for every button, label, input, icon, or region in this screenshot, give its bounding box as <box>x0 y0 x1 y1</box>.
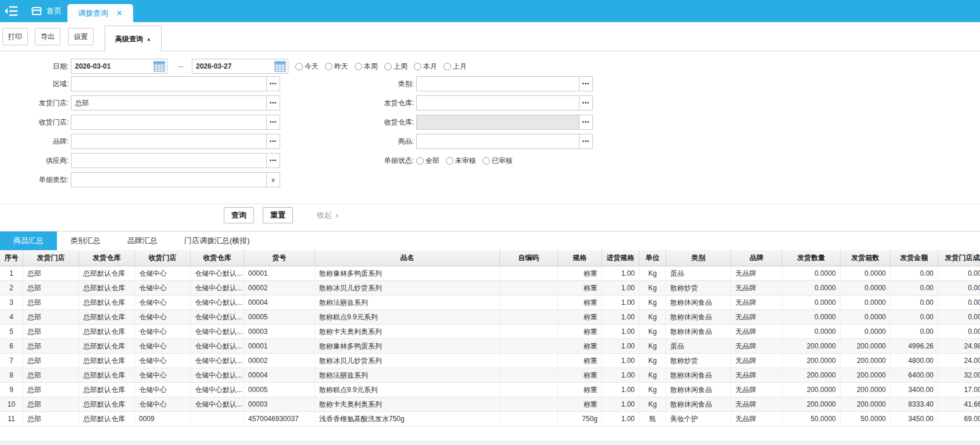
table-cell: 200.0000 <box>782 339 840 353</box>
collapse-toggle[interactable]: 收起 ∧ <box>317 207 339 223</box>
radio-icon[interactable] <box>325 63 332 70</box>
table-cell: 浅香香榧氨基酸洗发水750g <box>315 412 500 426</box>
date-shortcut-radio[interactable]: 今天 <box>295 62 319 72</box>
radio-icon[interactable] <box>446 157 453 165</box>
table-header-cell[interactable]: 品名 <box>315 250 500 266</box>
table-header-cell[interactable]: 规格 <box>558 250 602 266</box>
table-row[interactable]: 3总部总部默认仓库仓储中心仓储中心默认...00004散称法丽兹系列称重1.00… <box>0 296 980 310</box>
table-header-cell[interactable]: 序号 <box>0 250 23 266</box>
table-cell: Kg <box>639 296 666 309</box>
doc-type-label: 单据类型: <box>0 172 69 187</box>
date-filter-row: 日期: -- 今天昨天本周上周本月上月 <box>0 59 980 74</box>
table-header-cell[interactable]: 自编码 <box>500 250 558 266</box>
table-row[interactable]: 11总部总部默认仓库00094570046930037浅香香榧氨基酸洗发水750… <box>0 412 980 426</box>
table-header-cell[interactable]: 类别 <box>666 250 731 266</box>
table-header-cell[interactable]: 发货数量 <box>782 250 840 266</box>
table-cell: 仓储中心 <box>135 296 191 309</box>
ship-warehouse-picker-button[interactable]: ••• <box>579 96 592 110</box>
table-cell: 8 <box>0 368 23 382</box>
recv-warehouse-picker-button[interactable]: ••• <box>579 115 592 129</box>
radio-icon[interactable] <box>384 63 392 70</box>
table-header-row: 序号发货门店发货仓库收货门店收货仓库货号品名自编码规格进货规格单位类别品牌发货数… <box>0 250 980 266</box>
collapse-sidebar-icon[interactable] <box>5 6 17 16</box>
product-input[interactable] <box>417 134 579 148</box>
doc-status-radio[interactable]: 已审核 <box>482 156 513 166</box>
recv-warehouse-input[interactable] <box>417 115 579 129</box>
date-shortcut-radio[interactable]: 上月 <box>443 62 467 72</box>
radio-icon[interactable] <box>355 63 362 70</box>
table-header-cell[interactable]: 发货箱数 <box>840 250 890 266</box>
date-shortcut-radio[interactable]: 本月 <box>414 62 437 72</box>
table-header-cell[interactable]: 发货门店 <box>23 250 79 266</box>
table-header-cell[interactable]: 收货门店 <box>135 250 191 266</box>
radio-icon[interactable] <box>443 63 451 70</box>
table-header-cell[interactable]: 单位 <box>639 250 666 266</box>
table-header-cell[interactable]: 收货仓库 <box>191 250 244 266</box>
table-row[interactable]: 1总部总部默认仓库仓储中心仓储中心默认...00001散称豫林多鸭蛋系列称重1.… <box>0 266 980 281</box>
product-picker-button[interactable]: ••• <box>579 134 592 148</box>
table-cell: 3450.00 <box>890 412 938 426</box>
table-header-cell[interactable]: 发货门店成本 <box>938 250 980 266</box>
table-cell: 蛋品 <box>666 339 731 353</box>
category-input[interactable] <box>417 77 579 91</box>
print-button[interactable]: 打印 <box>2 28 28 45</box>
table-row[interactable]: 9总部总部默认仓库仓储中心仓储中心默认...00005散称糕点9.9元系列称重1… <box>0 383 980 397</box>
table-cell: 无品牌 <box>731 397 782 411</box>
table-cell: 0.00 <box>890 281 938 295</box>
table-cell: 0.00 <box>890 325 938 339</box>
table-cell: 美妆个护 <box>666 412 731 426</box>
calendar-icon[interactable] <box>274 61 286 72</box>
date-shortcut-radio[interactable]: 本周 <box>355 62 378 72</box>
doc-status-radio[interactable]: 未审核 <box>446 156 476 166</box>
active-tab[interactable]: 调拨查询 ✕ <box>67 4 133 22</box>
table-cell: 0.0000 <box>840 266 890 280</box>
category-picker-button[interactable]: ••• <box>579 77 592 91</box>
table-header-cell[interactable]: 发货金额 <box>890 250 938 266</box>
advanced-query-toggle[interactable]: 高级查询 ▲ <box>105 26 162 52</box>
table-row[interactable]: 10总部总部默认仓库仓储中心仓储中心默认...00003散称卡夫奥利奥系列称重1… <box>0 397 980 412</box>
doc-status-radio[interactable]: 全部 <box>416 156 439 166</box>
tab-store-transfer-summary[interactable]: 门店调拨汇总(横排) <box>171 232 263 250</box>
export-button[interactable]: 导出 <box>35 28 60 45</box>
date-from-input[interactable] <box>71 62 153 70</box>
tab-category-summary[interactable]: 类别汇总 <box>57 232 114 250</box>
table-cell: 50.0000 <box>840 412 890 426</box>
tab-product-summary[interactable]: 商品汇总 <box>0 232 57 250</box>
table-row[interactable]: 5总部总部默认仓库仓储中心仓储中心默认...00003散称卡夫奥利奥系列称重1.… <box>0 325 980 339</box>
home-tab[interactable]: 首页 <box>23 0 70 22</box>
table-row[interactable]: 4总部总部默认仓库仓储中心仓储中心默认...00005散称糕点9.9元系列称重1… <box>0 310 980 325</box>
table-cell: 仓储中心默认... <box>191 325 244 339</box>
table-cell: 散称豫林多鸭蛋系列 <box>315 339 500 353</box>
table-cell <box>500 383 558 397</box>
table-row[interactable]: 8总部总部默认仓库仓储中心仓储中心默认...00004散称法丽兹系列称重1.00… <box>0 368 980 383</box>
reset-button[interactable]: 重置 <box>263 207 293 223</box>
radio-icon[interactable] <box>414 63 421 70</box>
radio-icon[interactable] <box>482 157 490 165</box>
date-shortcut-radio[interactable]: 上周 <box>384 62 407 72</box>
radio-icon[interactable] <box>295 63 303 70</box>
table-cell: 散称炒货 <box>666 281 731 295</box>
table-cell: Kg <box>639 397 666 411</box>
table-header-cell[interactable]: 发货仓库 <box>79 250 135 266</box>
table-cell: 无品牌 <box>731 266 782 280</box>
table-row[interactable]: 2总部总部默认仓库仓储中心仓储中心默认...00002散称冰贝儿炒货系列称重1.… <box>0 281 980 296</box>
table-row[interactable]: 6总部总部默认仓库仓储中心仓储中心默认...00001散称豫林多鸭蛋系列称重1.… <box>0 339 980 354</box>
settings-button[interactable]: 设置 <box>68 28 94 45</box>
doc-type-input[interactable] <box>71 173 266 187</box>
query-button[interactable]: 查询 <box>224 207 254 223</box>
calendar-icon[interactable] <box>153 61 165 72</box>
table-header-cell[interactable]: 货号 <box>244 250 315 266</box>
table-row[interactable]: 7总部总部默认仓库仓储中心仓储中心默认...00002散称冰贝儿炒货系列称重1.… <box>0 354 980 368</box>
table-header-cell[interactable]: 品牌 <box>731 250 782 266</box>
close-tab-icon[interactable]: ✕ <box>116 9 123 17</box>
date-shortcut-radio[interactable]: 昨天 <box>325 62 348 72</box>
date-label: 日期: <box>0 59 69 74</box>
date-to-input[interactable] <box>192 62 274 70</box>
table-header-cell[interactable]: 进货规格 <box>602 250 639 266</box>
ship-warehouse-input[interactable] <box>417 96 579 110</box>
chevron-down-icon[interactable]: ∨ <box>266 173 280 187</box>
table-cell: 仓储中心 <box>135 281 191 295</box>
radio-icon[interactable] <box>416 157 424 165</box>
tab-brand-summary[interactable]: 品牌汇总 <box>114 232 171 250</box>
table-cell: 0.0000 <box>840 281 890 295</box>
